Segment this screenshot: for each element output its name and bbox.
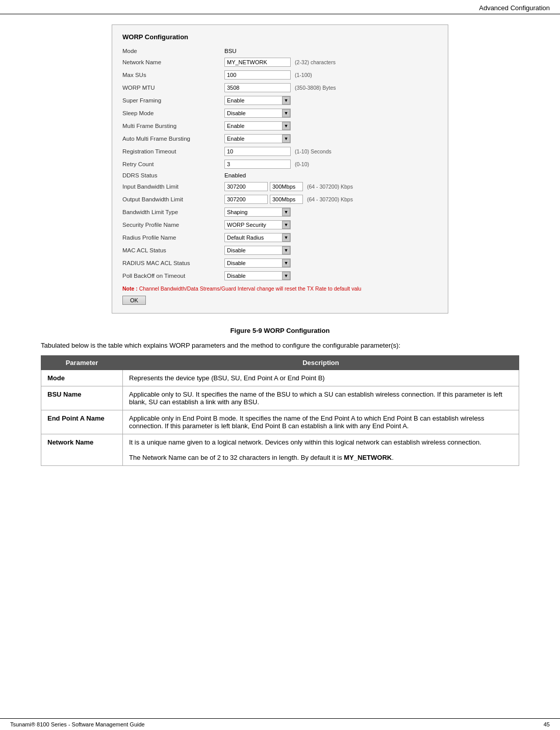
page-header: Advanced Configuration — [0, 0, 560, 14]
chevron-down-icon: ▼ — [282, 221, 290, 229]
label-mode: Mode — [122, 48, 224, 54]
hint-retry-count: (0-10) — [295, 161, 309, 167]
label-radius-mac-acl: RADIUS MAC ACL Status — [122, 260, 224, 266]
label-input-bw: Input Bandwidth Limit — [122, 184, 224, 190]
select-mac-acl-value: Disable — [225, 247, 280, 253]
config-row-security-profile: Security Profile Name WORP Security ▼ — [122, 220, 438, 229]
config-row-super-framing: Super Framing Enable ▼ — [122, 96, 438, 105]
select-auto-multi-frame[interactable]: Enable ▼ — [224, 134, 291, 143]
main-content: WORP Configuration Mode BSU Network Name… — [0, 14, 560, 476]
config-row-network-name: Network Name (2-32) characters — [122, 58, 438, 67]
label-max-sus: Max SUs — [122, 72, 224, 78]
label-bw-limit-type: Bandwidth Limit Type — [122, 209, 224, 215]
value-mode: BSU — [224, 48, 237, 54]
select-security-profile-value: WORP Security — [225, 222, 280, 228]
select-multi-frame[interactable]: Enable ▼ — [224, 121, 291, 131]
label-security-profile: Security Profile Name — [122, 222, 224, 228]
hint-max-sus: (1-100) — [295, 72, 312, 78]
table-row: End Point A Name Applicable only in End … — [41, 410, 519, 434]
chevron-down-icon: ▼ — [282, 122, 290, 130]
select-poll-backoff-value: Disable — [225, 273, 280, 279]
chevron-down-icon: ▼ — [282, 272, 290, 280]
config-row-reg-timeout: Registration Timeout (1-10) Seconds — [122, 147, 438, 156]
label-poll-backoff: Poll BackOff on Timeout — [122, 273, 224, 279]
select-sleep-mode[interactable]: Disable ▼ — [224, 109, 291, 118]
hint-network-name: (2-32) characters — [295, 59, 336, 65]
table-header-param: Parameter — [41, 356, 123, 370]
label-sleep-mode: Sleep Mode — [122, 110, 224, 116]
chevron-down-icon: ▼ — [282, 246, 290, 254]
input-output-bw[interactable] — [224, 195, 268, 204]
figure-caption: Figure 5-9 WORP Configuration — [41, 327, 519, 334]
config-row-radius-profile: Radius Profile Name Default Radius ▼ — [122, 233, 438, 242]
config-row-mac-acl: MAC ACL Status Disable ▼ — [122, 246, 438, 255]
label-mac-acl: MAC ACL Status — [122, 247, 224, 253]
select-multi-frame-value: Enable — [225, 123, 280, 129]
input-input-bw[interactable] — [224, 182, 268, 191]
input-network-name[interactable] — [224, 58, 291, 67]
worp-config-box: WORP Configuration Mode BSU Network Name… — [112, 24, 448, 314]
desc-network-name-part1: It is a unique name given to a logical n… — [129, 438, 481, 446]
desc-network-name-part2: The Network Name can be of 2 to 32 chara… — [129, 454, 344, 461]
chevron-down-icon: ▼ — [282, 233, 290, 242]
desc-network-name: It is a unique name given to a logical n… — [123, 434, 519, 466]
table-row: Mode Represents the device type (BSU, SU… — [41, 370, 519, 386]
chevron-down-icon: ▼ — [282, 135, 290, 143]
select-super-framing-value: Enable — [225, 97, 280, 103]
config-row-input-bw: Input Bandwidth Limit (64 - 307200) Kbps — [122, 182, 438, 191]
input-retry-count[interactable] — [224, 160, 291, 169]
input-worp-mtu[interactable] — [224, 83, 291, 92]
input-max-sus[interactable] — [224, 70, 291, 80]
select-bw-limit-type[interactable]: Shaping ▼ — [224, 207, 291, 217]
chevron-down-icon: ▼ — [282, 109, 290, 117]
config-row-radius-mac-acl: RADIUS MAC ACL Status Disable ▼ — [122, 258, 438, 268]
hint-input-bw: (64 - 307200) Kbps — [307, 184, 353, 190]
param-network-name: Network Name — [41, 434, 123, 466]
select-security-profile[interactable]: WORP Security ▼ — [224, 220, 291, 229]
param-endpoint-a: End Point A Name — [41, 410, 123, 434]
ok-button[interactable]: OK — [122, 296, 146, 305]
select-sleep-mode-value: Disable — [225, 110, 280, 116]
input-output-bw-mbps[interactable] — [270, 195, 303, 204]
label-retry-count: Retry Count — [122, 161, 224, 167]
param-bsu-name: BSU Name — [41, 386, 123, 410]
config-row-max-sus: Max SUs (1-100) — [122, 70, 438, 80]
input-input-bw-mbps[interactable] — [270, 182, 303, 191]
select-radius-mac-acl[interactable]: Disable ▼ — [224, 258, 291, 268]
config-row-mode: Mode BSU — [122, 48, 438, 54]
select-bw-limit-type-value: Shaping — [225, 209, 280, 215]
config-row-sleep-mode: Sleep Mode Disable ▼ — [122, 109, 438, 118]
label-super-framing: Super Framing — [122, 97, 224, 103]
value-ddrs-status: Enabled — [224, 172, 246, 178]
config-row-retry-count: Retry Count (0-10) — [122, 160, 438, 169]
select-radius-profile-value: Default Radius — [225, 234, 280, 241]
desc-mode: Represents the device type (BSU, SU, End… — [123, 370, 519, 386]
desc-network-name-bold: MY_NETWORK — [344, 454, 392, 461]
select-super-framing[interactable]: Enable ▼ — [224, 96, 291, 105]
config-row-worp-mtu: WORP MTU (350-3808) Bytes — [122, 83, 438, 92]
worp-box-title: WORP Configuration — [122, 33, 438, 41]
input-reg-timeout[interactable] — [224, 147, 291, 156]
label-network-name: Network Name — [122, 59, 224, 65]
label-multi-frame: Multi Frame Bursting — [122, 123, 224, 129]
select-radius-profile[interactable]: Default Radius ▼ — [224, 233, 291, 242]
header-title: Advanced Configuration — [479, 4, 550, 12]
config-row-poll-backoff: Poll BackOff on Timeout Disable ▼ — [122, 271, 438, 280]
desc-bsu-name: Applicable only to SU. It specifies the … — [123, 386, 519, 410]
table-row: Network Name It is a unique name given t… — [41, 434, 519, 466]
config-row-ddrs-status: DDRS Status Enabled — [122, 172, 438, 178]
hint-reg-timeout: (1-10) Seconds — [295, 148, 332, 154]
param-mode: Mode — [41, 370, 123, 386]
select-mac-acl[interactable]: Disable ▼ — [224, 246, 291, 255]
table-row: BSU Name Applicable only to SU. It speci… — [41, 386, 519, 410]
desc-endpoint-a: Applicable only in End Point B mode. It … — [123, 410, 519, 434]
chevron-down-icon: ▼ — [282, 96, 290, 105]
footer-right: 45 — [544, 721, 550, 727]
select-poll-backoff[interactable]: Disable ▼ — [224, 271, 291, 280]
desc-network-name-end: . — [392, 454, 394, 461]
label-auto-multi-frame: Auto Multi Frame Bursting — [122, 136, 224, 142]
table-header-desc: Description — [123, 356, 519, 370]
chevron-down-icon: ▼ — [282, 259, 290, 267]
config-row-auto-multi-frame: Auto Multi Frame Bursting Enable ▼ — [122, 134, 438, 143]
label-output-bw: Output Bandwidth Limit — [122, 196, 224, 202]
